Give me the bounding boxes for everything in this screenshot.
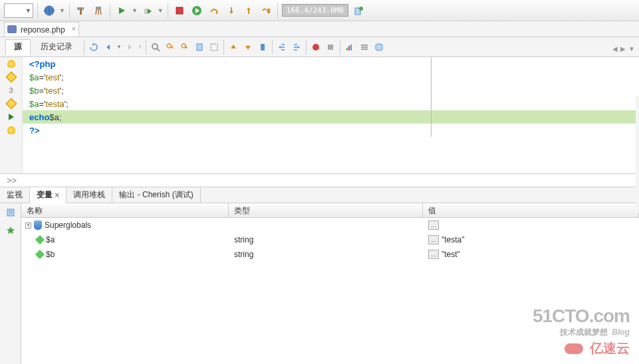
config-dropdown[interactable]: ▼	[4, 3, 33, 18]
breadcrumb[interactable]: >>	[0, 174, 639, 187]
step-out-icon[interactable]	[241, 3, 256, 18]
tab-nav: ◀ ▶ ▼	[612, 45, 635, 52]
svg-point-16	[359, 7, 363, 11]
svg-rect-36	[348, 46, 350, 50]
close-icon[interactable]: ×	[72, 25, 76, 33]
stop-icon[interactable]	[172, 3, 187, 18]
svg-rect-14	[267, 9, 270, 13]
step-into-icon[interactable]	[224, 3, 239, 18]
forward-icon[interactable]	[123, 41, 136, 54]
run-to-cursor-icon[interactable]	[259, 3, 273, 18]
variables-panel: 名称 类型 值 +Superglobals … $a string …"test…	[0, 203, 639, 364]
refresh-icon[interactable]	[87, 41, 100, 54]
svg-marker-7	[148, 9, 152, 14]
var-row-a[interactable]: $a string …"testa"	[21, 232, 639, 247]
svg-point-33	[313, 44, 319, 50]
gc-icon[interactable]	[351, 3, 366, 18]
current-line-icon	[9, 114, 14, 120]
close-icon[interactable]: ×	[55, 191, 59, 200]
col-value[interactable]: 值	[423, 203, 639, 217]
svg-rect-34	[328, 45, 333, 50]
expand-icon[interactable]: +	[25, 223, 31, 228]
nav-left-icon[interactable]: ◀	[612, 45, 618, 52]
php-file-icon	[7, 25, 17, 33]
tab-history[interactable]: 历史记录	[32, 39, 81, 55]
find-next-icon[interactable]	[178, 41, 192, 54]
code-area[interactable]: <?php $a='test'; $b='test'; $a='testa'; …	[23, 57, 639, 173]
svg-line-21	[157, 48, 160, 51]
toggle-bookmark-icon[interactable]	[256, 41, 269, 54]
hammer-icon[interactable]	[74, 3, 88, 18]
svg-rect-39	[7, 209, 14, 216]
tab-source[interactable]: 源	[5, 39, 31, 55]
bookmark-icon[interactable]	[193, 41, 206, 54]
svg-marker-25	[186, 45, 188, 49]
svg-rect-26	[197, 44, 202, 50]
editor-gutter: 3	[0, 57, 23, 173]
db-icon[interactable]	[372, 41, 386, 54]
select-icon[interactable]	[207, 41, 221, 54]
var-row-b[interactable]: $b string …"test"	[21, 247, 639, 262]
svg-marker-18	[106, 45, 110, 50]
print-margin	[431, 57, 432, 137]
filter-icon[interactable]	[4, 206, 17, 219]
diamond-icon	[35, 250, 45, 259]
find-prev-icon[interactable]	[164, 41, 177, 54]
nav-right-icon[interactable]: ▶	[620, 45, 626, 52]
prev-bookmark-icon[interactable]	[227, 41, 240, 54]
svg-marker-31	[279, 46, 281, 48]
bottom-tabs: 监视 变量 × 调用堆栈 输出 - Cherish (调试)	[0, 187, 639, 203]
warning-icon	[5, 98, 17, 110]
svg-marker-40	[7, 227, 15, 234]
run-icon[interactable]	[114, 3, 129, 18]
ellipsis-icon[interactable]: …	[428, 221, 439, 230]
svg-rect-37	[350, 45, 352, 50]
add-watch-icon[interactable]	[4, 223, 17, 236]
debug-icon[interactable]	[140, 3, 155, 18]
tab-watch[interactable]: 监视	[0, 187, 30, 203]
next-bookmark-icon[interactable]	[241, 41, 255, 54]
memory-indicator: 166.4/243.0MB	[282, 4, 348, 17]
svg-rect-3	[80, 9, 82, 15]
continue-icon[interactable]	[190, 3, 204, 18]
tab-callstack[interactable]: 调用堆栈	[66, 187, 112, 203]
svg-marker-32	[298, 46, 300, 48]
col-type[interactable]: 类型	[229, 203, 423, 217]
svg-marker-5	[119, 7, 125, 14]
file-tab-reponse[interactable]: reponse.php ×	[4, 22, 79, 37]
tab-output[interactable]: 输出 - Cherish (调试)	[112, 187, 200, 203]
var-row-superglobals[interactable]: +Superglobals …	[21, 218, 639, 232]
macro-record-icon[interactable]	[309, 41, 322, 54]
svg-rect-30	[261, 44, 265, 50]
svg-marker-29	[245, 46, 251, 50]
ellipsis-icon[interactable]: …	[428, 235, 439, 244]
file-tab-label: reponse.php	[21, 25, 65, 35]
back-icon[interactable]	[102, 41, 115, 54]
lines-icon[interactable]	[358, 41, 371, 54]
svg-point-22	[167, 44, 171, 48]
macro-stop-icon[interactable]	[324, 41, 337, 54]
step-over-icon[interactable]	[207, 3, 221, 18]
svg-rect-4	[96, 7, 101, 10]
code-editor[interactable]: 3 <?php $a='test'; $b='test'; $a='testa'…	[0, 57, 639, 174]
scrollbar[interactable]	[636, 96, 639, 213]
chart-icon[interactable]	[343, 41, 356, 54]
bulb-icon	[7, 60, 15, 68]
editor-subtabs: 源 历史记录 ▼ ▼	[0, 37, 639, 57]
svg-point-20	[152, 44, 158, 49]
vars-header: 名称 类型 值	[21, 203, 639, 218]
svg-rect-8	[176, 7, 183, 14]
clean-icon[interactable]	[91, 3, 106, 18]
globe-icon[interactable]	[42, 3, 57, 18]
file-tabs: reponse.php × ◀ ▶ ▼	[0, 21, 639, 37]
shift-right-icon[interactable]	[290, 41, 303, 54]
col-name[interactable]: 名称	[21, 203, 229, 217]
ellipsis-icon[interactable]: …	[428, 250, 439, 259]
shift-left-icon[interactable]	[275, 41, 289, 54]
tab-variables[interactable]: 变量 ×	[30, 187, 66, 203]
find-icon[interactable]	[149, 41, 162, 54]
svg-rect-27	[211, 44, 217, 50]
diamond-icon	[35, 235, 45, 244]
nav-menu-icon[interactable]: ▼	[628, 45, 635, 52]
svg-point-24	[182, 44, 186, 48]
